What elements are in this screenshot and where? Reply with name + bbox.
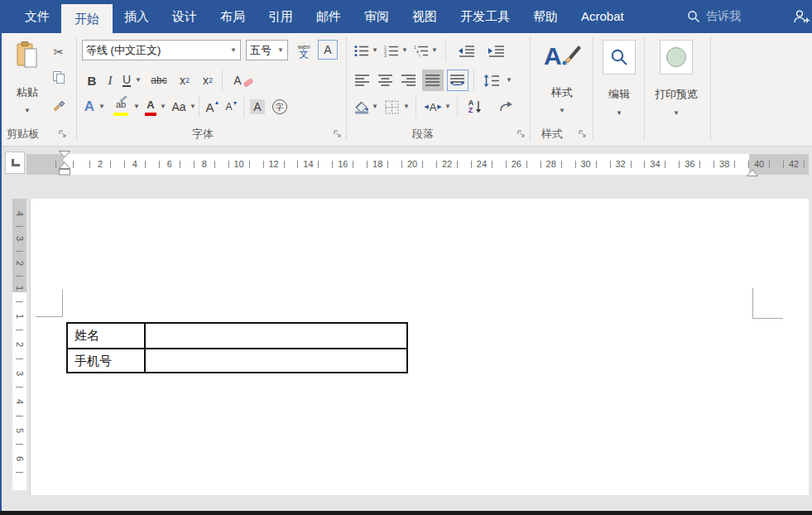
print-preview-dropdown-arrow[interactable]: ▼	[649, 110, 704, 117]
change-case-button[interactable]: Aa	[169, 96, 189, 118]
text-effects-dropdown-arrow[interactable]: ▼	[98, 96, 106, 118]
table-cell-name-value[interactable]	[146, 324, 406, 348]
copy-icon	[52, 70, 65, 84]
numbering-button[interactable]: 1 2 3	[382, 40, 401, 61]
distribute-button[interactable]	[447, 70, 468, 91]
horizontal-ruler[interactable]: 24681012141618202224262830323436384042	[26, 154, 809, 175]
multilevel-list-button[interactable]: 1 a i	[412, 40, 430, 61]
copy-button[interactable]	[48, 66, 70, 88]
editing-button[interactable]: 编辑 ▼	[598, 36, 641, 123]
mini-divider	[473, 70, 474, 91]
ruler-number: 30	[574, 154, 598, 175]
styles-dialog-launcher[interactable]	[578, 128, 587, 137]
highlight-color-button[interactable]: ab	[111, 96, 131, 118]
clear-formatting-button[interactable]: A	[230, 70, 257, 91]
tell-me-search[interactable]: 告诉我	[687, 0, 741, 33]
borders-button[interactable]	[382, 96, 401, 118]
numbering-dropdown-arrow[interactable]: ▼	[401, 40, 409, 61]
left-indent-marker[interactable]	[59, 169, 70, 176]
ruler-number: 22	[435, 154, 459, 175]
text-effects-button[interactable]: A	[81, 96, 98, 118]
group-divider	[346, 36, 347, 141]
grow-font-button[interactable]: A▲	[204, 96, 222, 118]
sort-button[interactable]: A Z	[464, 96, 487, 118]
styles-dropdown-arrow[interactable]: ▼	[537, 108, 587, 114]
cjk-layout-button[interactable]: ◀ A ▶	[422, 96, 444, 118]
borders-dropdown-arrow[interactable]: ▼	[402, 96, 411, 118]
styles-button[interactable]: A 样式 ▼	[537, 36, 587, 123]
character-border-button[interactable]: A	[318, 40, 338, 60]
shrink-font-button[interactable]: A▼	[223, 96, 240, 118]
phonetic-guide-button[interactable]: wén 文	[293, 40, 315, 61]
ribbon-tab[interactable]: 引用	[257, 0, 305, 33]
ribbon-tab[interactable]: 开始	[61, 4, 113, 33]
subscript-button[interactable]: x2	[174, 70, 195, 91]
table-cell-name-label[interactable]: 姓名	[68, 324, 146, 348]
font-color-button[interactable]: A	[142, 96, 159, 118]
paste-dropdown-arrow[interactable]: ▼	[7, 108, 48, 114]
line-spacing-button[interactable]	[480, 70, 503, 91]
first-line-indent-marker[interactable]	[59, 151, 70, 158]
increase-indent-button[interactable]	[485, 40, 508, 61]
align-center-button[interactable]	[376, 70, 396, 91]
print-preview-button[interactable]: 打印预览 ▼	[649, 36, 704, 123]
paste-button[interactable]: 粘贴 ▼	[7, 36, 48, 123]
ruler-tick	[16, 416, 23, 416]
print-preview-label: 打印预览	[649, 87, 704, 102]
table-cell-phone-value[interactable]	[146, 349, 406, 372]
cut-button[interactable]: ✂	[48, 41, 70, 63]
ribbon-tab[interactable]: Acrobat	[569, 0, 636, 33]
align-left-button[interactable]	[353, 70, 372, 91]
ruler-number: 4	[123, 154, 147, 175]
down-arrow-icon	[475, 100, 482, 113]
highlight-dropdown-arrow[interactable]: ▼	[132, 96, 141, 118]
shading-button[interactable]	[353, 96, 371, 118]
change-case-dropdown-arrow[interactable]: ▼	[189, 96, 197, 118]
ribbon-tab[interactable]: 视图	[401, 0, 449, 33]
justify-button[interactable]	[422, 70, 444, 91]
bullets-dropdown-arrow[interactable]: ▼	[371, 40, 379, 61]
ribbon-tab[interactable]: 设计	[161, 0, 209, 33]
enclose-characters-button[interactable]: 字	[270, 96, 290, 118]
multilevel-dropdown-arrow[interactable]: ▼	[430, 40, 439, 61]
account-share-button[interactable]	[792, 0, 810, 33]
ribbon-tab[interactable]: 审阅	[353, 0, 401, 33]
font-dialog-launcher[interactable]	[333, 128, 342, 137]
ribbon-tab[interactable]: 布局	[209, 0, 257, 33]
superscript-button[interactable]: x2	[197, 70, 219, 91]
vertical-ruler[interactable]: 4321 123456	[12, 199, 26, 490]
editing-dropdown-arrow[interactable]: ▼	[598, 110, 641, 117]
font-size-combo[interactable]: 五号 ▼	[246, 40, 288, 60]
ribbon-tab[interactable]: 文件	[13, 0, 61, 33]
mini-divider	[222, 70, 223, 91]
clipboard-group-label: 剪贴板	[7, 127, 39, 142]
italic-button[interactable]: I	[103, 70, 118, 91]
show-hide-marks-button[interactable]	[495, 96, 517, 118]
right-indent-marker[interactable]	[747, 170, 758, 176]
format-painter-button[interactable]	[48, 93, 70, 114]
shading-dropdown-arrow[interactable]: ▼	[371, 96, 379, 118]
ribbon-tab[interactable]: 邮件	[305, 0, 353, 33]
underline-dropdown-arrow[interactable]: ▼	[134, 70, 142, 91]
align-right-button[interactable]	[399, 70, 419, 91]
strikethrough-button[interactable]: abc	[146, 70, 172, 91]
font-name-combo[interactable]: 等线 (中文正文) ▼	[82, 40, 241, 60]
ribbon-tab[interactable]: 帮助	[521, 0, 569, 33]
print-preview-circle-icon	[666, 47, 686, 67]
hanging-indent-marker[interactable]	[59, 162, 70, 169]
font-color-dropdown-arrow[interactable]: ▼	[159, 96, 167, 118]
decrease-indent-button[interactable]	[455, 40, 478, 61]
line-spacing-dropdown-arrow[interactable]: ▼	[505, 70, 513, 91]
character-shading-button[interactable]: A	[248, 96, 267, 118]
tab-stop-selector[interactable]	[5, 152, 25, 174]
ribbon-tab[interactable]: 插入	[113, 0, 161, 33]
align-center-icon	[378, 75, 393, 86]
ribbon-tab[interactable]: 开发工具	[449, 0, 521, 33]
table-cell-phone-label[interactable]: 手机号	[68, 349, 146, 372]
paragraph-dialog-launcher[interactable]	[517, 128, 526, 137]
bullets-button[interactable]	[353, 40, 371, 61]
underline-button[interactable]: U	[119, 70, 134, 91]
bold-button[interactable]: B	[83, 70, 101, 91]
cjk-layout-dropdown-arrow[interactable]: ▼	[444, 96, 452, 118]
clipboard-dialog-launcher[interactable]	[58, 128, 67, 137]
